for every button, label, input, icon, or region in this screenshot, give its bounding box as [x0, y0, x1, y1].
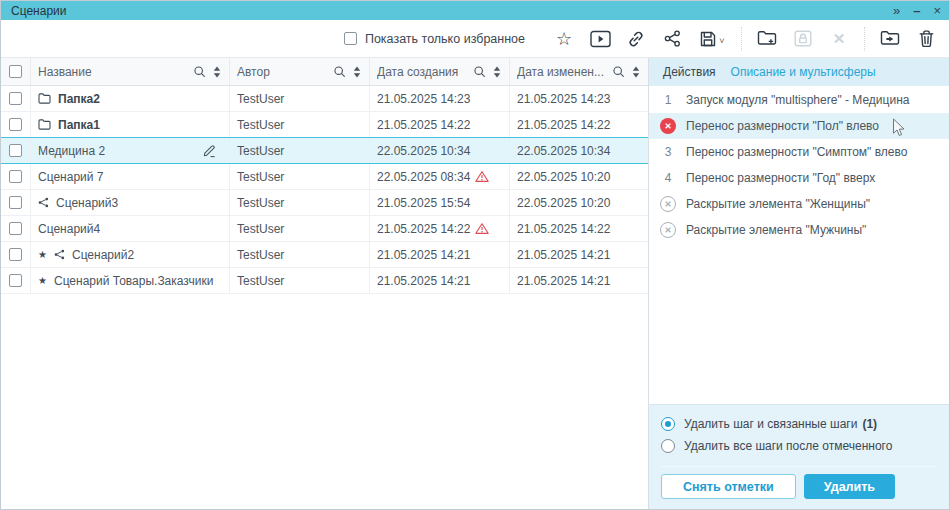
row-modified: 21.05.2025 14:22	[517, 118, 610, 132]
chevron-down-icon: ˅	[719, 36, 724, 46]
column-header-name[interactable]: Название	[31, 58, 230, 85]
folder-icon	[38, 119, 51, 130]
row-author: TestUser	[237, 274, 284, 288]
folder-icon	[38, 93, 51, 104]
clear-marks-button[interactable]: Снять отметки	[661, 474, 796, 499]
share-icon	[663, 29, 682, 48]
search-icon[interactable]	[193, 65, 206, 78]
action-step[interactable]: ✕ Раскрытие элемента "Мужчины"	[649, 217, 949, 243]
favorites-filter[interactable]: Показать только избранное	[344, 32, 525, 46]
link-button[interactable]	[625, 28, 647, 50]
row-modified: 22.05.2025 10:20	[517, 196, 610, 210]
remove-button-disabled: ✕	[828, 28, 850, 50]
row-name: Сценарий2	[72, 248, 134, 262]
table-row-selected[interactable]: Медицина 2 TestUser 22.05.2025 10:34 22.…	[1, 137, 648, 164]
window-title: Сценарии	[11, 4, 66, 18]
row-name: Сценарий Товары.Заказчики	[54, 274, 213, 288]
action-step[interactable]: 1 Запуск модуля "multisphere" - Медицина	[649, 87, 949, 113]
step-number: 4	[659, 171, 677, 185]
window-controls: » – ×	[893, 4, 941, 17]
favorite-star-icon: ★	[38, 250, 47, 260]
action-step[interactable]: 3 Перенос размерности "Симптом" влево	[649, 139, 949, 165]
row-author: TestUser	[237, 196, 284, 210]
trash-icon	[918, 29, 935, 48]
search-icon[interactable]	[473, 65, 486, 78]
favorite-button[interactable]: ☆	[553, 28, 575, 50]
save-button[interactable]: ˅	[697, 28, 727, 50]
row-checkbox[interactable]	[9, 248, 22, 261]
sort-icon[interactable]	[213, 66, 221, 78]
minimize-icon[interactable]: –	[913, 4, 920, 17]
table-row[interactable]: Папка1 TestUser 21.05.2025 14:22 21.05.2…	[1, 112, 648, 138]
select-all-checkbox[interactable]	[9, 65, 22, 78]
error-circle-icon: ✕	[660, 118, 676, 134]
row-created: 22.05.2025 08:34	[377, 170, 470, 184]
row-checkbox[interactable]	[9, 170, 22, 183]
favorites-label: Показать только избранное	[365, 32, 525, 46]
row-checkbox[interactable]	[9, 92, 22, 105]
panel-tabs: Действия Описание и мультисферы	[649, 58, 949, 86]
table-row[interactable]: Сценарий4 TestUser 21.05.2025 14:22 21.0…	[1, 216, 648, 242]
tab-description[interactable]: Описание и мультисферы	[731, 65, 876, 79]
row-checkbox[interactable]	[9, 118, 22, 131]
star-icon: ☆	[556, 30, 572, 48]
delete-option-linked[interactable]: Удалить шаг и связанные шаги (1)	[661, 413, 937, 435]
expand-icon[interactable]: »	[893, 4, 900, 17]
row-name: Сценарий4	[38, 222, 100, 236]
column-header-author[interactable]: Автор	[230, 58, 370, 85]
folder-arrow-icon	[880, 30, 900, 47]
row-created: 21.05.2025 14:22	[377, 118, 470, 132]
row-created: 21.05.2025 15:54	[377, 196, 470, 210]
row-author: TestUser	[237, 118, 284, 132]
new-folder-button[interactable]	[756, 28, 778, 50]
linked-steps-count: (1)	[862, 417, 877, 431]
warning-icon	[475, 222, 489, 235]
table-row[interactable]: Сценарий 7 TestUser 22.05.2025 08:34 22.…	[1, 164, 648, 190]
tab-actions[interactable]: Действия	[663, 65, 716, 79]
table-body: Папка2 TestUser 21.05.2025 14:23 21.05.2…	[1, 86, 648, 509]
row-modified: 21.05.2025 14:23	[517, 92, 610, 106]
delete-steps-button[interactable]: Удалить	[804, 474, 895, 499]
column-header-modified[interactable]: Дата изменен...	[510, 58, 648, 85]
select-all-checkbox-cell	[1, 58, 31, 85]
radio-selected[interactable]	[661, 417, 675, 431]
delete-button[interactable]	[915, 28, 937, 50]
close-icon[interactable]: ×	[933, 4, 941, 17]
row-checkbox[interactable]	[9, 196, 22, 209]
sort-icon[interactable]	[493, 66, 501, 78]
actions-list: 1 Запуск модуля "multisphere" - Медицина…	[649, 86, 949, 404]
search-icon[interactable]	[333, 65, 346, 78]
toolbar-separator	[741, 27, 742, 51]
search-icon[interactable]	[612, 65, 625, 78]
favorites-checkbox[interactable]	[344, 32, 357, 45]
radio-unselected[interactable]	[661, 439, 675, 453]
column-header-created[interactable]: Дата создания	[370, 58, 510, 85]
row-author: TestUser	[237, 222, 284, 236]
run-button[interactable]	[589, 28, 611, 50]
row-checkbox[interactable]	[9, 144, 22, 157]
table-row[interactable]: ★ Сценарий Товары.Заказчики TestUser 21.…	[1, 268, 648, 294]
row-created: 21.05.2025 14:21	[377, 248, 470, 262]
move-to-folder-button[interactable]	[879, 28, 901, 50]
sort-icon[interactable]	[632, 66, 640, 78]
save-icon	[699, 30, 717, 48]
row-name: Сценарий 7	[38, 170, 103, 184]
share-button[interactable]	[661, 28, 683, 50]
link-icon	[626, 29, 646, 49]
action-step[interactable]: ✕ Раскрытие элемента "Женщины"	[649, 191, 949, 217]
main-area: Название Автор Дата создания Дата измене…	[1, 58, 949, 509]
row-checkbox[interactable]	[9, 274, 22, 287]
delete-option-after[interactable]: Удалить все шаги после отмеченного	[661, 435, 937, 457]
row-modified: 22.05.2025 10:20	[517, 170, 610, 184]
edit-icon[interactable]	[202, 143, 217, 158]
skipped-circle-icon: ✕	[660, 196, 676, 212]
row-checkbox[interactable]	[9, 222, 22, 235]
action-step-marked[interactable]: ✕ Перенос размерности "Пол" влево	[649, 113, 949, 139]
table-header: Название Автор Дата создания Дата измене…	[1, 58, 648, 86]
table-row[interactable]: Сценарий3 TestUser 21.05.2025 15:54 22.0…	[1, 190, 648, 216]
table-row[interactable]: ★ Сценарий2 TestUser 21.05.2025 14:21 21…	[1, 242, 648, 268]
step-number: 1	[659, 93, 677, 107]
sort-icon[interactable]	[353, 66, 361, 78]
action-step[interactable]: 4 Перенос размерности "Год" вверх	[649, 165, 949, 191]
table-row[interactable]: Папка2 TestUser 21.05.2025 14:23 21.05.2…	[1, 86, 648, 112]
